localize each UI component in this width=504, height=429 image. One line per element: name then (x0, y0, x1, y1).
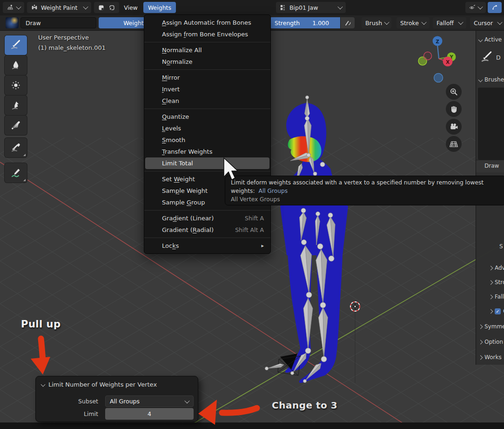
pan-view-button[interactable] (446, 101, 462, 117)
subset-select[interactable]: All Groups (105, 395, 194, 407)
menu-item-label: Gradient (Linear) (162, 212, 245, 224)
dropdown-caret-icon (421, 20, 426, 25)
panel-row-falloff[interactable]: Fall (489, 293, 504, 301)
panel-row-advanced[interactable]: Adv (489, 264, 504, 272)
pan-hand-icon (450, 105, 458, 114)
axis-ball-z[interactable]: Z (433, 36, 443, 46)
editor-type-button[interactable] (3, 2, 24, 13)
menu-item-smooth[interactable]: Smooth (144, 134, 270, 146)
menu-item-assign-automatic-from-bones[interactable]: Assign Automatic from Bones (144, 17, 270, 28)
menu-item-levels[interactable]: Levels (144, 123, 270, 134)
menu-separator (144, 42, 270, 42)
menu-item-transfer-weights[interactable]: Transfer Weights (144, 146, 270, 157)
menu-item-mirror[interactable]: Mirror (144, 72, 270, 83)
tool-sample-weight[interactable] (5, 138, 27, 157)
menu-item-normalize-all[interactable]: Normalize All (144, 44, 270, 56)
cursor-popover[interactable]: Cursor (470, 17, 504, 28)
weights-menu-button[interactable]: Weights (143, 2, 176, 13)
ortho-grid-button[interactable] (446, 136, 462, 152)
panel-row-stroke[interactable]: Stro (489, 278, 504, 286)
panel-row-symmetry[interactable]: Symme (479, 322, 504, 331)
cursor-checkbox[interactable]: ✓ (495, 308, 501, 314)
dropdown-caret-icon (497, 20, 502, 25)
tool-blur[interactable] (5, 55, 27, 75)
tool-gradient[interactable] (5, 116, 27, 135)
face-mask-toggle-icon[interactable] (98, 4, 105, 12)
popup-title: Limit Number of Weights per Vertex (48, 381, 157, 388)
camera-icon (449, 122, 458, 131)
limit-number-field[interactable]: 4 (105, 408, 194, 420)
panel-row-workspace[interactable]: Works (479, 353, 504, 361)
axis-ball-neg-z[interactable] (434, 74, 443, 82)
stroke-popover[interactable]: Stroke (396, 17, 430, 28)
panel-header-brushes[interactable]: Brushe (479, 75, 504, 84)
popup-header[interactable]: Limit Number of Weights per Vertex (41, 381, 157, 388)
menu-item-gradient-linear[interactable]: Gradient (Linear)Shift A (144, 212, 270, 224)
brush-shelf-label: Draw (484, 163, 499, 169)
menu-item-limit-total[interactable]: Limit Total (145, 157, 269, 169)
menu-item-locks[interactable]: Locks▸ (144, 240, 270, 252)
brush-asset-preview[interactable] (478, 88, 504, 160)
zoom-view-button[interactable] (446, 84, 462, 100)
brush-name-field[interactable]: Draw (20, 17, 96, 28)
annotate-pen-icon (10, 167, 21, 178)
brush-preview-thumbnail[interactable] (6, 17, 19, 28)
active-brush-row[interactable]: D (480, 48, 504, 67)
panel-row-truncated[interactable]: S (499, 242, 504, 251)
tool-draw-brush[interactable] (5, 35, 27, 55)
panel-caret-icon (478, 340, 483, 344)
gradient-tool-icon (10, 120, 21, 131)
menu-separator (144, 109, 270, 109)
panel-symmetry-label: Symme (484, 323, 504, 330)
brush-popover[interactable]: Brush (362, 17, 391, 28)
zoom-icon (449, 87, 458, 96)
menu-item-normalize[interactable]: Normalize (144, 56, 270, 68)
limit-label: Limit (40, 408, 98, 420)
character-mesh[interactable] (280, 103, 348, 383)
axis-x-label: X (446, 59, 450, 65)
panel-caret-icon (489, 280, 493, 285)
view-menu[interactable]: View (121, 2, 141, 13)
vertex-group-selector[interactable]: Bip01 Jaw (276, 2, 346, 13)
weights-menu-items: Assign Automatic from BonesAssign from B… (144, 17, 270, 252)
strength-label: Strength (275, 20, 312, 27)
strength-pressure-button[interactable] (340, 17, 355, 28)
overlays-popover[interactable] (465, 2, 486, 13)
mode-selector[interactable]: Weight Paint (27, 2, 91, 13)
menu-item-clean[interactable]: Clean (144, 95, 270, 107)
view-menu-label: View (124, 4, 138, 11)
falloff-curve-icon (491, 3, 498, 12)
menu-item-label: Smooth (162, 134, 264, 146)
camera-view-button[interactable] (446, 119, 462, 135)
brush-shelf-row[interactable]: Draw (476, 160, 504, 172)
dropdown-caret-icon (184, 398, 189, 403)
subset-label: Subset (40, 395, 98, 407)
panel-caret-icon (489, 266, 493, 270)
menu-item-shortcut: Shift A (245, 212, 264, 224)
tool-average[interactable] (5, 75, 27, 95)
panel-options-label: Option (484, 339, 503, 345)
tool-annotate[interactable] (5, 163, 27, 183)
proportional-falloff-button[interactable] (488, 2, 502, 13)
active-object-label: (1) male_skeleton.001 (38, 44, 106, 51)
weights-menu-label: Weights (148, 4, 171, 11)
strength-slider[interactable]: Strength 1.000 (270, 17, 340, 28)
menu-item-quantize[interactable]: Quantize (144, 111, 270, 123)
editor-type-3d-viewport-icon (7, 3, 14, 12)
menu-item-gradient-radial[interactable]: Gradient (Radial)Shift Alt A (144, 224, 270, 236)
axis-ball-x[interactable]: X (443, 57, 453, 67)
panel-falloff-label: Fall (495, 293, 504, 300)
panel-header-active[interactable]: Active (479, 35, 504, 44)
tool-smear[interactable] (5, 95, 27, 115)
axis-ball-neg-x[interactable] (424, 52, 432, 60)
menu-item-invert[interactable]: Invert (144, 83, 270, 95)
menu-item-assign-from-bone-envelopes[interactable]: Assign from Bone Envelopes (144, 28, 270, 40)
mode-label: Weight Paint (41, 4, 81, 11)
falloff-popover[interactable]: Falloff (433, 17, 466, 28)
stroke-popover-label: Stroke (400, 20, 419, 27)
subset-value: All Groups (110, 398, 185, 405)
vertex-mask-toggle-icon[interactable] (108, 4, 115, 12)
navigation-axis-gizmo[interactable]: Z Y X (414, 33, 465, 86)
panel-row-options[interactable]: Option (479, 338, 504, 346)
panel-row-cursor[interactable]: ✓ C (489, 307, 504, 315)
